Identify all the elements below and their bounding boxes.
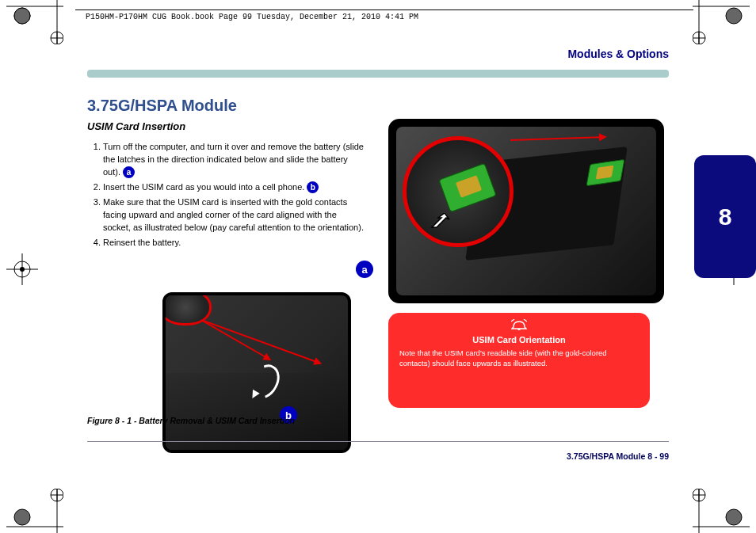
registration-mark <box>6 0 63 44</box>
step-1: Turn off the computer, and turn it over … <box>103 141 365 179</box>
section-subtitle: USIM Card Insertion <box>87 120 185 132</box>
insert-arrow-icon <box>430 213 452 229</box>
chapter-side-tab: 8 <box>694 155 756 278</box>
svg-point-22 <box>693 489 705 501</box>
svg-point-9 <box>726 8 742 24</box>
svg-point-28 <box>20 267 25 272</box>
svg-point-3 <box>14 8 30 24</box>
registration-mark <box>693 0 750 44</box>
zoom-circle-icon <box>403 136 514 247</box>
caution-body: Note that the USIM card's readable side … <box>399 348 639 368</box>
caution-box: USIM Card Orientation Note that the USIM… <box>388 313 650 408</box>
registration-mark <box>6 489 63 533</box>
svg-point-10 <box>693 32 705 44</box>
figure-battery-removal <box>162 292 351 453</box>
section-title: 3.75G/HSPA Module <box>87 97 237 115</box>
svg-point-16 <box>51 489 63 501</box>
meta-text: P150HM-P170HM CUG Book.book Page 99 Tues… <box>86 13 418 21</box>
svg-line-34 <box>524 319 527 322</box>
svg-line-33 <box>511 319 514 322</box>
svg-point-4 <box>51 32 63 44</box>
figure-usim-insert <box>388 119 664 303</box>
registration-mark <box>693 489 750 533</box>
footer-rule <box>87 441 669 442</box>
step-ref-b-icon: b <box>307 181 319 193</box>
step-marker-a: a <box>356 261 373 278</box>
caution-title: USIM Card Orientation <box>399 334 639 345</box>
chapter-label: Modules & Options <box>567 48 669 60</box>
svg-point-25 <box>14 261 30 277</box>
header-bar <box>87 70 669 78</box>
bell-icon <box>399 319 639 333</box>
step-2: Insert the USIM card as you would into a… <box>103 181 365 194</box>
svg-point-21 <box>726 509 742 525</box>
instruction-list: Turn off the computer, and turn it over … <box>87 141 365 252</box>
sim-icon <box>438 163 496 213</box>
page-footer: 3.75G/HSPA Module 8 - 99 <box>567 451 669 461</box>
meta-divider <box>75 10 693 10</box>
zoom-circle-icon <box>162 292 212 326</box>
svg-point-15 <box>14 509 30 525</box>
step-3: Make sure that the USIM card is inserted… <box>103 196 365 234</box>
figure-caption: Figure 8 - 1 - Battery Removal & USIM Ca… <box>87 416 642 425</box>
step-4: Reinsert the battery. <box>103 237 365 249</box>
svg-point-2 <box>14 8 30 24</box>
registration-mark <box>6 253 38 285</box>
step-ref-a-icon: a <box>123 166 135 178</box>
